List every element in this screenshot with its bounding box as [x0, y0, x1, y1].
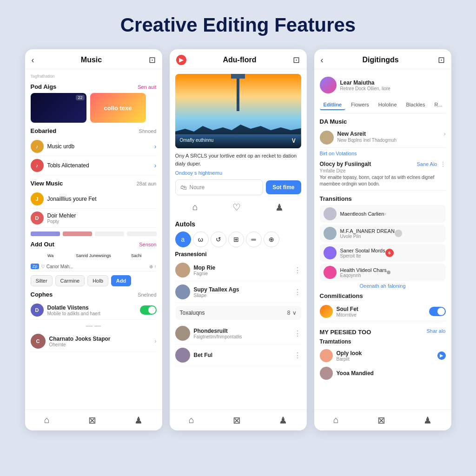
- filter-tab-5[interactable]: ⊕: [264, 231, 279, 247]
- add-out-link[interactable]: Senson: [139, 242, 156, 247]
- middle-nav-heart[interactable]: ♡: [232, 202, 241, 213]
- soul-fet-name: Soul Fet: [337, 306, 429, 312]
- nav-profile-1[interactable]: ♟: [134, 415, 143, 426]
- music-tag: Tagfrathation: [31, 74, 157, 79]
- cophes-item-2: C Charnato Jooks Stapor Ohernte ›: [31, 331, 157, 352]
- middle-link[interactable]: Ondooy s hightnemu: [175, 170, 301, 176]
- filter-tab-2[interactable]: ↺: [211, 231, 226, 247]
- add-out-title: Add Out: [31, 241, 54, 248]
- panel-middle-bottom-nav: ⌂ ⊠ ♟: [170, 410, 307, 430]
- nav-home-3[interactable]: ⌂: [333, 415, 339, 426]
- tram-label: Tramtations: [320, 338, 446, 345]
- tab-more[interactable]: R...: [430, 100, 446, 110]
- filter-tab-4[interactable]: ═: [246, 231, 262, 247]
- holb-button[interactable]: Holb: [87, 275, 108, 286]
- pres-item-3[interactable]: Phondesruilt Faigtnettm/fnmpontatlis ⋮: [175, 323, 301, 344]
- pres-dots-2[interactable]: ⋮: [294, 288, 301, 297]
- trans-item-3[interactable]: Saner Sootal Mords Speroit lte 6: [320, 244, 446, 262]
- filter-tab-0[interactable]: a: [175, 231, 191, 247]
- swatch-grey: [95, 231, 124, 236]
- music-cards: 22 collo texe: [31, 93, 157, 123]
- taxalugs-right: 8 ∨: [287, 310, 297, 316]
- nav-grid-2[interactable]: ⊠: [233, 415, 241, 426]
- back-button-right[interactable]: ‹: [321, 55, 324, 65]
- vaoa-avatar: [320, 367, 333, 380]
- vaoa-item[interactable]: Yooa Mandied: [320, 364, 446, 382]
- pres-dots-1[interactable]: ⋮: [294, 266, 301, 275]
- right-profile-info: Lear Maiutha Retnre Dock Ollien, liore: [340, 79, 390, 91]
- new-asreit-info: New Asreit New Bqplns lnel Thadogmuh: [337, 131, 440, 144]
- pres-name-1: Mop Rie: [194, 264, 294, 271]
- view-music-item-1[interactable]: J Jonailllius youre Fet: [31, 190, 157, 209]
- add-button[interactable]: Add: [111, 275, 131, 286]
- middle-header-action[interactable]: ⊡: [293, 55, 300, 65]
- cophes-toggle-1[interactable]: [140, 305, 157, 315]
- silter-button[interactable]: Silter: [31, 275, 53, 286]
- sub-row-icons: ⊕ ↑: [149, 264, 157, 269]
- cophes-avatar-2: C: [31, 334, 46, 349]
- pres-item-4[interactable]: Bet Ful ⋮: [175, 344, 301, 366]
- music-header-icon[interactable]: ⊡: [149, 55, 156, 65]
- my-pees-header: MY PEESIED TOO Shar alo: [320, 325, 446, 337]
- carmine-button[interactable]: Carmine: [55, 275, 85, 286]
- pres-dots-4[interactable]: ⋮: [294, 351, 301, 360]
- nav-profile-3[interactable]: ♟: [423, 415, 432, 426]
- new-asreit-item[interactable]: New Asreit New Bqplns lnel Thadogmuh ›: [320, 128, 446, 148]
- tab-blackles[interactable]: Blackles: [403, 100, 429, 110]
- my-pees-link[interactable]: Shar alo: [427, 328, 446, 334]
- tab-editline[interactable]: Editline: [320, 100, 346, 110]
- music-card-2[interactable]: collo texe: [90, 93, 146, 123]
- eobaried-link[interactable]: Shnoed: [139, 128, 157, 134]
- opily-item[interactable]: Oply look Barplit ▶: [320, 347, 446, 364]
- trans-name-3: Saner Sootal Mords: [340, 248, 385, 253]
- view-music-item-2[interactable]: D Doir Mehler Popty: [31, 209, 157, 228]
- trans-item-1[interactable]: Maentleosh Carlien ›: [320, 205, 446, 223]
- birt-label[interactable]: Birt on Votations: [320, 151, 446, 156]
- cophes-more: — —: [31, 320, 157, 331]
- nav-grid-1[interactable]: ⊠: [88, 415, 96, 426]
- opily-name: Oply look: [337, 350, 437, 357]
- back-button-music[interactable]: ‹: [32, 55, 34, 65]
- music-card-1[interactable]: 22: [31, 93, 86, 123]
- city-label: Omafly euthinnu: [180, 138, 214, 143]
- trans-sub-4: Eaqoynnh: [340, 273, 387, 278]
- olocy-link[interactable]: Sane Aio: [416, 161, 437, 167]
- nav-grid-3[interactable]: ⊠: [377, 415, 385, 426]
- nav-home-2[interactable]: ⌂: [189, 415, 194, 426]
- eobaried-item-2[interactable]: ♪ Tobls Alictenated ›: [31, 156, 157, 175]
- soul-fet-toggle[interactable]: [429, 307, 446, 316]
- pres-dots-3[interactable]: ⋮: [294, 329, 301, 338]
- tab-fiowers[interactable]: Fiowers: [347, 100, 373, 110]
- trans-more-link[interactable]: Oeenath ah faloning: [320, 283, 446, 289]
- middle-nav-home[interactable]: ⌂: [192, 202, 198, 213]
- pod-aigs-link[interactable]: Sen auit: [138, 84, 156, 90]
- olocy-name: Olocy by Fusiingalt: [320, 161, 371, 167]
- view-music-section: View Music 28at aun: [31, 180, 157, 187]
- tab-hololine[interactable]: Hololine: [375, 100, 401, 110]
- city-expand[interactable]: ∨: [291, 136, 297, 145]
- trans-item-4[interactable]: Health Vlideol Chars Eaqoynnh: [320, 264, 446, 281]
- cophes-avatar-1: D: [31, 304, 44, 317]
- sot-fime-button[interactable]: Sot fime: [266, 180, 301, 194]
- view-music-link[interactable]: 28at aun: [137, 181, 157, 186]
- cophes-link[interactable]: Snelned: [138, 292, 156, 298]
- pres-item-2[interactable]: Supy Taallex Ags Sliape ⋮: [175, 281, 301, 303]
- vm-info-1: Jonailllius youre Fet: [47, 196, 157, 202]
- eobaried-section: Eobaried Shnoed: [31, 127, 157, 134]
- eobaried-item-1[interactable]: ♪ Music urdb ›: [31, 137, 157, 156]
- nav-home-1[interactable]: ⌂: [44, 415, 50, 426]
- filter-tab-1[interactable]: ω: [193, 231, 209, 247]
- middle-nav-share[interactable]: ♟: [275, 202, 284, 213]
- cophes-info-1: Dolatle Viistens Mobile to adikts and ha…: [47, 304, 101, 316]
- trans-item-2[interactable]: M.F.A_INANER DREAN Uvole Piln: [320, 225, 446, 242]
- olocy-dots[interactable]: ⋮: [440, 161, 446, 167]
- presentations-label: Prasnesioni: [175, 251, 301, 258]
- eobaried-avatar-2: ♪: [31, 159, 44, 172]
- filter-tab-3[interactable]: ⊞: [228, 231, 244, 247]
- pres-name-3: Phondesruilt: [194, 328, 294, 334]
- pres-item-1[interactable]: Mop Rie Fagnie ⋮: [175, 259, 301, 281]
- taxalugs-row[interactable]: Toxaluqns 8 ∨: [175, 306, 301, 320]
- nav-profile-2[interactable]: ♟: [279, 415, 287, 426]
- right-header-icon[interactable]: ⊡: [438, 55, 445, 65]
- trans-badge-3: 6: [385, 249, 394, 257]
